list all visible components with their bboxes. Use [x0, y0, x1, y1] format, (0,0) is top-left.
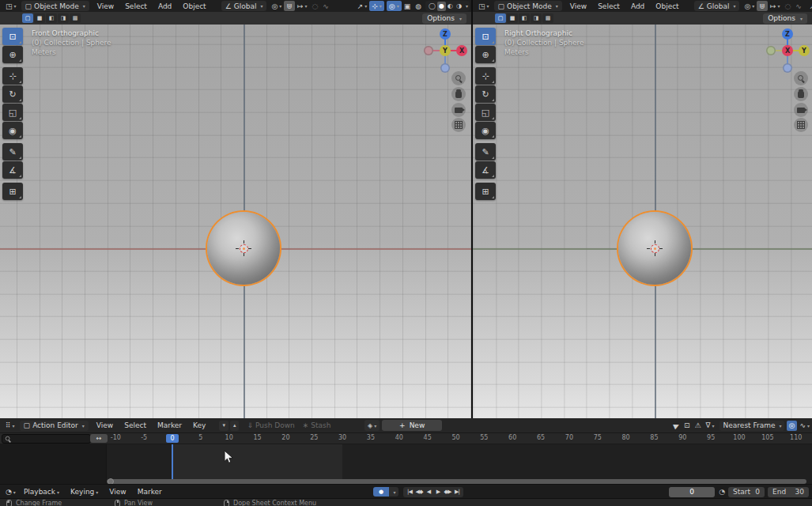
tool-annotate[interactable]: ✎ [475, 143, 496, 160]
editor-type-button[interactable]: ◳ ▾ [476, 1, 492, 11]
gizmo-z-ball[interactable]: Z [440, 28, 451, 40]
tool-transform[interactable]: ◉ [2, 122, 23, 139]
mode-dropdown[interactable]: ▢ Object Mode ▾ [494, 1, 562, 11]
tool-select-box[interactable]: ⊡ [475, 28, 496, 45]
auto-keying-settings[interactable]: ▾ [389, 487, 398, 497]
playhead-snap-button[interactable]: ▶ [671, 421, 682, 431]
select-mode-subtract[interactable]: ◧ [519, 13, 530, 23]
proportional-editing-button[interactable]: ◌ [309, 1, 320, 11]
tool-cursor[interactable]: ⊕ [475, 46, 496, 63]
menu-marker[interactable]: Marker [152, 421, 187, 429]
camera-view-button[interactable] [794, 103, 808, 117]
previous-keyframe-button[interactable]: ◀◆ [414, 489, 424, 495]
menu-marker[interactable]: Marker [132, 488, 168, 496]
snap-settings-button[interactable]: ↦ ▾ [295, 1, 310, 11]
show-errors-button[interactable]: ⚠ [692, 421, 703, 431]
snap-toggle-button[interactable]: ⋓ [284, 1, 295, 11]
camera-view-button[interactable] [451, 103, 466, 117]
snap-settings-button[interactable]: ↦ ▾ [768, 1, 783, 11]
tool-cursor[interactable]: ⊕ [2, 46, 23, 63]
tool-rotate[interactable]: ↻ [475, 85, 496, 103]
play-forward-button[interactable]: ▶ [433, 489, 443, 495]
navigation-gizmo[interactable]: Z X Y [423, 28, 467, 73]
viewport-canvas-right[interactable]: Right Orthographic (0) Collection | Sphe… [473, 25, 812, 418]
pivot-point-button[interactable]: ◎ ▾ [269, 1, 284, 11]
options-button[interactable]: Options ▾ [422, 13, 466, 24]
menu-view[interactable]: View [92, 2, 119, 10]
navigation-gizmo[interactable]: Z Y X [765, 28, 810, 73]
menu-select[interactable]: Select [119, 2, 153, 10]
pan-range-button[interactable]: ↔ [90, 434, 108, 443]
frame-end-field[interactable]: End 30 [768, 487, 809, 497]
show-gizmo-button[interactable]: ↗ ▾ [807, 1, 812, 11]
editor-type-button[interactable]: ◳ ▾ [3, 1, 19, 11]
shading-solid-icon[interactable]: ● [437, 2, 446, 11]
shading-wireframe-icon[interactable]: ◯ [427, 2, 437, 11]
select-mode-extend[interactable]: ■ [34, 13, 45, 23]
gizmo-negz-ball[interactable] [783, 63, 792, 73]
select-mode-set[interactable]: ▢ [22, 13, 33, 23]
select-mode-intersect[interactable]: ▩ [542, 13, 553, 23]
snap-mode-dropdown[interactable]: Nearest Frame ▾ [719, 421, 784, 431]
channel-region[interactable] [0, 444, 107, 485]
action-browse-button[interactable]: ◈ ▾ [364, 420, 380, 431]
next-keyframe-button[interactable]: ◆▶ [443, 489, 452, 495]
menu-object[interactable]: Object [177, 2, 211, 10]
toggle-ortho-button[interactable] [794, 118, 808, 132]
menu-object[interactable]: Object [650, 2, 684, 10]
pivot-point-button[interactable]: ◎ ▾ [742, 1, 757, 11]
move-up-button[interactable]: ▴ [230, 421, 240, 431]
proportional-edit-toggle[interactable]: ◎ [787, 421, 798, 431]
gizmo-z-ball[interactable]: Z [782, 28, 793, 40]
show-gizmo-button[interactable]: ↗ ▾ [355, 1, 370, 11]
menu-playback[interactable]: Playback▾ [18, 488, 65, 496]
gizmo-y-ball[interactable]: Y [799, 45, 810, 56]
menu-add[interactable]: Add [625, 2, 650, 10]
shading-material-preview-icon[interactable]: ◐ [446, 2, 455, 11]
select-mode-intersect[interactable]: ▩ [70, 13, 81, 23]
zoom-button[interactable] [451, 71, 466, 85]
use-preview-range-icon[interactable]: ◔ [719, 488, 725, 496]
select-mode-extend[interactable]: ■ [507, 13, 518, 23]
menu-view[interactable]: View [104, 488, 131, 496]
zoom-button[interactable] [794, 71, 808, 85]
menu-add[interactable]: Add [153, 2, 177, 10]
stash-button[interactable]: ∗ Stash [303, 421, 331, 429]
options-button[interactable]: Options ▾ [763, 13, 807, 24]
snap-toggle-button[interactable]: ⋓ [757, 1, 768, 11]
gizmo-negy-ball[interactable] [766, 46, 776, 55]
menu-select[interactable]: Select [119, 421, 152, 429]
tool-annotate[interactable]: ✎ [2, 143, 23, 160]
tool-add-cube[interactable]: ⊞ [2, 183, 23, 200]
menu-select[interactable]: Select [592, 2, 625, 10]
editor-type-button[interactable]: ◔ ▾ [3, 487, 18, 497]
orientation-dropdown[interactable]: ∠ Global ▾ [694, 1, 740, 11]
tool-rotate[interactable]: ↻ [2, 85, 23, 103]
tool-move[interactable]: ⊹ [2, 67, 23, 85]
current-frame-field[interactable]: 0 [669, 487, 715, 497]
proportional-falloff-button[interactable]: ∿ [793, 1, 804, 11]
select-mode-subtract[interactable]: ◧ [46, 13, 57, 23]
pan-button[interactable] [794, 87, 808, 101]
menu-key[interactable]: Key [187, 421, 211, 429]
move-down-button[interactable]: ▾ [219, 421, 228, 431]
falloff-dropdown[interactable]: ∿ ▾ [797, 421, 812, 431]
select-mode-invert[interactable]: ◨ [58, 13, 69, 23]
play-reverse-button[interactable]: ◀ [424, 489, 433, 495]
toggle-ortho-button[interactable] [451, 118, 466, 132]
playhead-frame-badge[interactable]: 0 [166, 434, 179, 443]
shading-rendered-icon[interactable]: ◑ [455, 2, 463, 11]
dope-sheet-keyframe-area[interactable] [0, 444, 812, 485]
filter-button[interactable]: ∇ ▾ [704, 421, 717, 431]
mode-dropdown[interactable]: ▢ Object Mode ▾ [21, 1, 89, 11]
timeline-ruler[interactable]: ↔ -10-5051015202530354045505560657075808… [0, 433, 812, 444]
select-mode-invert[interactable]: ◨ [531, 13, 542, 23]
menu-keying[interactable]: Keying▾ [65, 488, 104, 496]
viewport-canvas-front[interactable]: Front Orthographic (0) Collection | Sphe… [0, 25, 471, 418]
snap-target-button[interactable]: ⊹ ▾ [369, 1, 384, 11]
gizmo-negx-ball[interactable] [424, 46, 433, 55]
proportional-falloff-button[interactable]: ∿ [320, 1, 331, 11]
menu-view[interactable]: View [91, 421, 119, 429]
tool-select-box[interactable]: ⊡ [2, 28, 23, 45]
proportional-editing-button[interactable]: ◌ [782, 1, 793, 11]
